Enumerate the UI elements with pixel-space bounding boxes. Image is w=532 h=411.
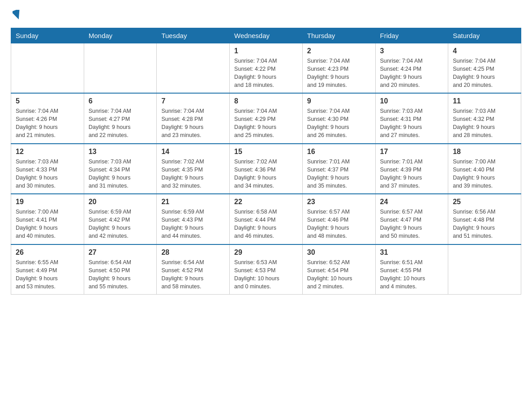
day-info: Sunrise: 7:00 AM Sunset: 4:40 PM Dayligh… xyxy=(453,158,516,190)
calendar-header-saturday: Saturday xyxy=(448,28,521,43)
calendar-header-wednesday: Wednesday xyxy=(230,28,303,43)
calendar-cell: 2Sunrise: 7:04 AM Sunset: 4:23 PM Daylig… xyxy=(302,43,375,93)
calendar-cell: 15Sunrise: 7:02 AM Sunset: 4:36 PM Dayli… xyxy=(230,144,303,194)
day-info: Sunrise: 6:59 AM Sunset: 4:43 PM Dayligh… xyxy=(161,208,225,240)
day-number: 12 xyxy=(16,148,79,156)
day-info: Sunrise: 6:55 AM Sunset: 4:49 PM Dayligh… xyxy=(16,258,79,291)
day-info: Sunrise: 7:04 AM Sunset: 4:23 PM Dayligh… xyxy=(307,57,371,90)
page-header xyxy=(11,11,521,22)
day-info: Sunrise: 6:51 AM Sunset: 4:55 PM Dayligh… xyxy=(380,258,444,291)
day-info: Sunrise: 7:01 AM Sunset: 4:37 PM Dayligh… xyxy=(307,158,371,190)
day-number: 11 xyxy=(453,97,516,105)
calendar-cell: 10Sunrise: 7:03 AM Sunset: 4:31 PM Dayli… xyxy=(375,93,448,144)
day-number: 25 xyxy=(453,198,516,206)
day-info: Sunrise: 7:01 AM Sunset: 4:39 PM Dayligh… xyxy=(380,158,444,190)
day-info: Sunrise: 6:57 AM Sunset: 4:46 PM Dayligh… xyxy=(307,208,371,240)
day-info: Sunrise: 7:02 AM Sunset: 4:36 PM Dayligh… xyxy=(234,158,298,190)
day-info: Sunrise: 7:02 AM Sunset: 4:35 PM Dayligh… xyxy=(161,158,225,190)
day-number: 24 xyxy=(380,198,444,206)
calendar-cell: 25Sunrise: 6:56 AM Sunset: 4:48 PM Dayli… xyxy=(448,194,521,244)
day-info: Sunrise: 7:03 AM Sunset: 4:31 PM Dayligh… xyxy=(380,107,444,140)
day-number: 4 xyxy=(453,47,516,55)
day-info: Sunrise: 6:57 AM Sunset: 4:47 PM Dayligh… xyxy=(380,208,444,240)
day-number: 1 xyxy=(234,47,298,55)
calendar-cell: 24Sunrise: 6:57 AM Sunset: 4:47 PM Dayli… xyxy=(375,194,448,244)
calendar-cell: 9Sunrise: 7:04 AM Sunset: 4:30 PM Daylig… xyxy=(302,93,375,144)
calendar-cell xyxy=(448,244,521,295)
day-number: 27 xyxy=(89,248,152,257)
calendar-cell: 30Sunrise: 6:52 AM Sunset: 4:54 PM Dayli… xyxy=(302,244,375,295)
calendar-header-tuesday: Tuesday xyxy=(157,28,230,43)
svg-marker-0 xyxy=(13,10,21,20)
day-info: Sunrise: 6:52 AM Sunset: 4:54 PM Dayligh… xyxy=(307,258,371,291)
calendar-cell xyxy=(11,43,84,93)
calendar-cell: 4Sunrise: 7:04 AM Sunset: 4:25 PM Daylig… xyxy=(448,43,521,93)
day-info: Sunrise: 6:56 AM Sunset: 4:48 PM Dayligh… xyxy=(453,208,516,240)
calendar-cell: 20Sunrise: 6:59 AM Sunset: 4:42 PM Dayli… xyxy=(84,194,157,244)
calendar-week-row: 19Sunrise: 7:00 AM Sunset: 4:41 PM Dayli… xyxy=(11,194,521,244)
calendar-week-row: 5Sunrise: 7:04 AM Sunset: 4:26 PM Daylig… xyxy=(11,93,521,144)
calendar-cell: 23Sunrise: 6:57 AM Sunset: 4:46 PM Dayli… xyxy=(302,194,375,244)
day-number: 6 xyxy=(89,97,152,105)
calendar-cell: 14Sunrise: 7:02 AM Sunset: 4:35 PM Dayli… xyxy=(157,144,230,194)
day-number: 23 xyxy=(307,198,371,206)
calendar-cell: 12Sunrise: 7:03 AM Sunset: 4:33 PM Dayli… xyxy=(11,144,84,194)
calendar-table: SundayMondayTuesdayWednesdayThursdayFrid… xyxy=(11,28,521,295)
calendar-cell: 6Sunrise: 7:04 AM Sunset: 4:27 PM Daylig… xyxy=(84,93,157,144)
day-info: Sunrise: 7:04 AM Sunset: 4:24 PM Dayligh… xyxy=(380,57,444,90)
calendar-header-sunday: Sunday xyxy=(11,28,84,43)
calendar-header-thursday: Thursday xyxy=(302,28,375,43)
calendar-cell: 5Sunrise: 7:04 AM Sunset: 4:26 PM Daylig… xyxy=(11,93,84,144)
calendar-cell: 29Sunrise: 6:53 AM Sunset: 4:53 PM Dayli… xyxy=(230,244,303,295)
calendar-cell: 8Sunrise: 7:04 AM Sunset: 4:29 PM Daylig… xyxy=(230,93,303,144)
day-info: Sunrise: 7:04 AM Sunset: 4:22 PM Dayligh… xyxy=(234,57,298,90)
calendar-header-row: SundayMondayTuesdayWednesdayThursdayFrid… xyxy=(11,28,521,43)
day-number: 7 xyxy=(161,97,225,105)
logo-arrow-icon xyxy=(13,10,21,20)
calendar-header-monday: Monday xyxy=(84,28,157,43)
day-info: Sunrise: 7:04 AM Sunset: 4:25 PM Dayligh… xyxy=(453,57,516,90)
day-number: 8 xyxy=(234,97,298,105)
day-info: Sunrise: 6:53 AM Sunset: 4:53 PM Dayligh… xyxy=(234,258,298,291)
day-info: Sunrise: 7:04 AM Sunset: 4:29 PM Dayligh… xyxy=(234,107,298,140)
calendar-cell xyxy=(157,43,230,93)
calendar-cell: 28Sunrise: 6:54 AM Sunset: 4:52 PM Dayli… xyxy=(157,244,230,295)
calendar-week-row: 1Sunrise: 7:04 AM Sunset: 4:22 PM Daylig… xyxy=(11,43,521,93)
day-number: 13 xyxy=(89,148,152,156)
day-info: Sunrise: 7:03 AM Sunset: 4:32 PM Dayligh… xyxy=(453,107,516,140)
logo xyxy=(11,11,21,22)
calendar-cell: 21Sunrise: 6:59 AM Sunset: 4:43 PM Dayli… xyxy=(157,194,230,244)
day-number: 19 xyxy=(16,198,79,206)
calendar-week-row: 12Sunrise: 7:03 AM Sunset: 4:33 PM Dayli… xyxy=(11,144,521,194)
calendar-cell: 7Sunrise: 7:04 AM Sunset: 4:28 PM Daylig… xyxy=(157,93,230,144)
day-info: Sunrise: 6:54 AM Sunset: 4:52 PM Dayligh… xyxy=(161,258,225,291)
day-info: Sunrise: 6:54 AM Sunset: 4:50 PM Dayligh… xyxy=(89,258,152,291)
day-number: 9 xyxy=(307,97,371,105)
day-info: Sunrise: 7:04 AM Sunset: 4:26 PM Dayligh… xyxy=(16,107,79,140)
day-number: 14 xyxy=(161,148,225,156)
calendar-cell: 18Sunrise: 7:00 AM Sunset: 4:40 PM Dayli… xyxy=(448,144,521,194)
calendar-cell xyxy=(84,43,157,93)
day-info: Sunrise: 7:03 AM Sunset: 4:33 PM Dayligh… xyxy=(16,158,79,190)
day-number: 26 xyxy=(16,248,79,257)
calendar-cell: 3Sunrise: 7:04 AM Sunset: 4:24 PM Daylig… xyxy=(375,43,448,93)
day-number: 15 xyxy=(234,148,298,156)
day-info: Sunrise: 6:59 AM Sunset: 4:42 PM Dayligh… xyxy=(89,208,152,240)
day-number: 5 xyxy=(16,97,79,105)
calendar-cell: 13Sunrise: 7:03 AM Sunset: 4:34 PM Dayli… xyxy=(84,144,157,194)
day-number: 29 xyxy=(234,248,298,257)
calendar-cell: 17Sunrise: 7:01 AM Sunset: 4:39 PM Dayli… xyxy=(375,144,448,194)
day-number: 2 xyxy=(307,47,371,55)
calendar-cell: 1Sunrise: 7:04 AM Sunset: 4:22 PM Daylig… xyxy=(230,43,303,93)
day-number: 18 xyxy=(453,148,516,156)
calendar-cell: 22Sunrise: 6:58 AM Sunset: 4:44 PM Dayli… xyxy=(230,194,303,244)
day-number: 20 xyxy=(89,198,152,206)
day-number: 16 xyxy=(307,148,371,156)
day-info: Sunrise: 7:04 AM Sunset: 4:28 PM Dayligh… xyxy=(161,107,225,140)
day-number: 30 xyxy=(307,248,371,257)
calendar-header-friday: Friday xyxy=(375,28,448,43)
calendar-cell: 27Sunrise: 6:54 AM Sunset: 4:50 PM Dayli… xyxy=(84,244,157,295)
day-number: 28 xyxy=(161,248,225,257)
day-info: Sunrise: 6:58 AM Sunset: 4:44 PM Dayligh… xyxy=(234,208,298,240)
calendar-cell: 31Sunrise: 6:51 AM Sunset: 4:55 PM Dayli… xyxy=(375,244,448,295)
